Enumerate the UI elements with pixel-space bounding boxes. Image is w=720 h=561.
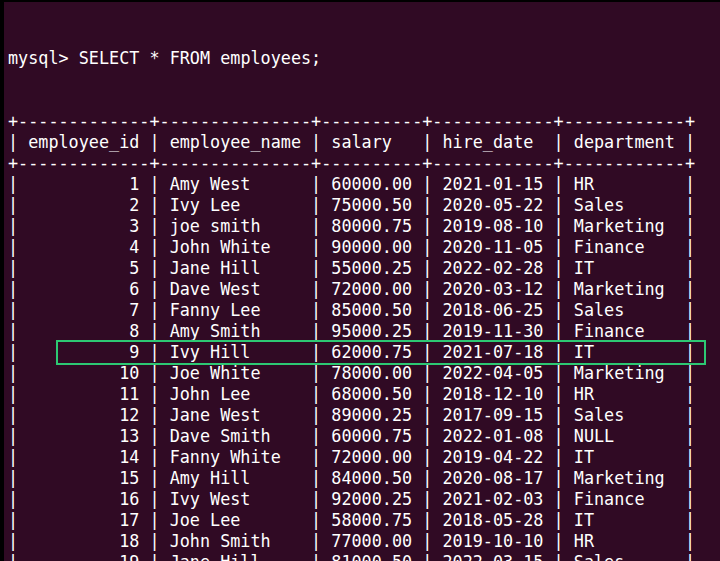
mysql-prompt: mysql> [8,48,79,68]
window-edge-left [0,0,4,561]
window-edge-top [0,0,720,2]
query-result-table: +-------------+---------------+---------… [8,111,695,561]
terminal-screen: mysql> SELECT * FROM employees; +-------… [8,6,695,561]
terminal-window[interactable]: mysql> SELECT * FROM employees; +-------… [0,0,720,561]
command-line: mysql> SELECT * FROM employees; [8,48,695,69]
sql-command: SELECT * FROM employees; [79,48,321,68]
highlight-box [56,340,706,365]
